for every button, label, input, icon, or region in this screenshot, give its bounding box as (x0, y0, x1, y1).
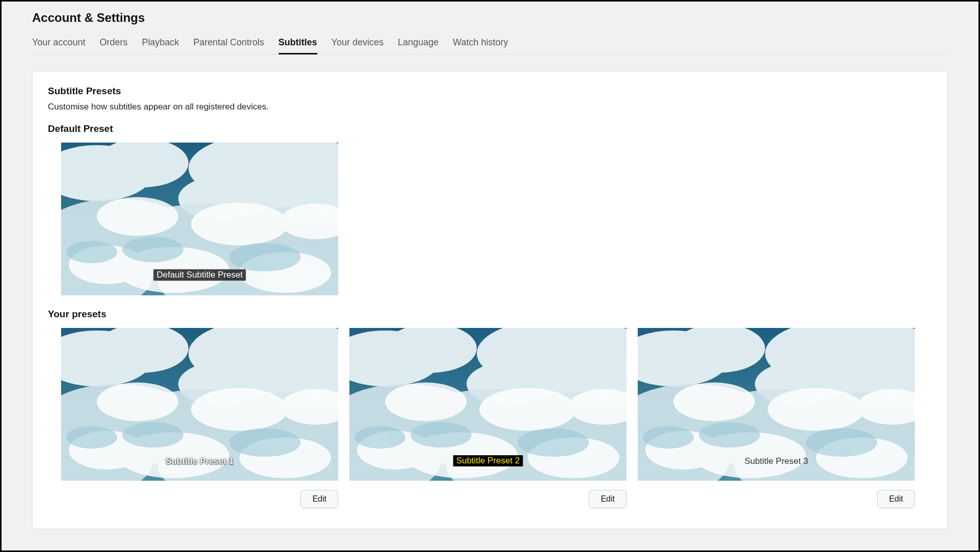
subtitle-presets-heading: Subtitle Presets (48, 86, 932, 97)
subtitles-panel: Subtitle Presets Customise how subtitles… (32, 71, 948, 529)
tab-your-account[interactable]: Your account (32, 34, 85, 54)
page-title: Account & Settings (32, 11, 948, 25)
preset-2-label: Subtitle Preset 2 (453, 455, 523, 466)
tab-subtitles[interactable]: Subtitles (279, 34, 317, 54)
preset-1-block: Subtitle Preset 1 Edit (61, 328, 338, 508)
default-preset-label: Default Subtitle Preset (153, 269, 246, 281)
default-preset-row: Default Subtitle Preset (61, 143, 932, 295)
preset-1-preview[interactable]: Subtitle Preset 1 (61, 328, 338, 481)
subtitle-presets-description: Customise how subtitles appear on all re… (48, 102, 932, 112)
preset-3-preview[interactable]: Subtitle Preset 3 (638, 328, 915, 481)
default-preset-block: Default Subtitle Preset (61, 143, 338, 295)
preset-2-preview[interactable]: Subtitle Preset 2 (349, 328, 627, 481)
default-preset-heading: Default Preset (48, 123, 932, 134)
tab-parental-controls[interactable]: Parental Controls (193, 34, 264, 54)
preset-3-label: Subtitle Preset 3 (745, 456, 808, 466)
tab-your-devices[interactable]: Your devices (332, 34, 384, 54)
preset-1-edit-button[interactable]: Edit (301, 490, 338, 508)
preset-3-block: Subtitle Preset 3 Edit (638, 328, 915, 508)
preset-2-edit-button[interactable]: Edit (589, 490, 627, 508)
your-presets-row: Subtitle Preset 1 Edit Subtitle Preset 2… (61, 328, 932, 508)
tab-playback[interactable]: Playback (142, 34, 179, 54)
preset-1-label: Subtitle Preset 1 (166, 456, 233, 466)
default-preset-preview[interactable]: Default Subtitle Preset (61, 143, 338, 295)
tab-orders[interactable]: Orders (99, 34, 127, 54)
settings-tabs: Your account Orders Playback Parental Co… (32, 34, 948, 54)
tab-language[interactable]: Language (398, 34, 439, 54)
tab-watch-history[interactable]: Watch history (453, 34, 508, 54)
your-presets-heading: Your presets (48, 309, 932, 320)
preset-3-edit-button[interactable]: Edit (877, 490, 915, 508)
preset-2-block: Subtitle Preset 2 Edit (349, 328, 627, 508)
